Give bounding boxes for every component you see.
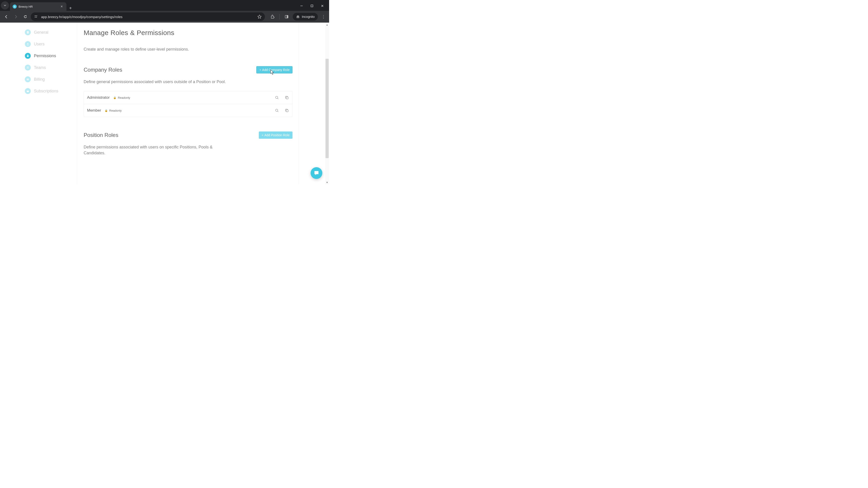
section-description: Define permissions associated with users… xyxy=(84,144,219,156)
svg-rect-27 xyxy=(286,97,288,99)
extensions-button[interactable] xyxy=(269,13,276,21)
teams-icon xyxy=(25,65,31,70)
site-settings-icon[interactable] xyxy=(34,14,38,19)
svg-point-16 xyxy=(27,43,29,44)
company-roles-table: Administrator 🔒 Readonly Member xyxy=(84,91,292,117)
section-description: Define general permissions associated wi… xyxy=(84,79,246,85)
user-icon xyxy=(25,41,31,47)
calendar-icon xyxy=(25,88,31,94)
sidebar-item-general[interactable]: General xyxy=(25,29,74,35)
side-panel-button[interactable] xyxy=(283,13,290,21)
scroll-down-arrow[interactable]: ▼ xyxy=(326,181,329,184)
close-tab-button[interactable]: × xyxy=(60,4,64,8)
sidebar-item-label: General xyxy=(34,30,49,35)
card-icon xyxy=(25,76,31,82)
add-company-role-button[interactable]: + Add Company Role xyxy=(256,66,292,73)
address-bar[interactable]: app.breezy.hr/app/c/moodjoy/company/sett… xyxy=(31,12,265,21)
svg-rect-17 xyxy=(27,56,29,57)
page-subtitle: Create and manage roles to define user-l… xyxy=(84,47,292,52)
browser-tab[interactable]: b Breezy HR × xyxy=(10,2,66,11)
duplicate-role-button[interactable] xyxy=(285,95,289,100)
page-viewport: General Users Permissions Teams Billing … xyxy=(0,23,329,184)
settings-sidebar: General Users Permissions Teams Billing … xyxy=(25,29,74,94)
bookmark-star-icon[interactable] xyxy=(257,14,262,19)
table-row: Administrator 🔒 Readonly xyxy=(84,91,292,104)
building-icon xyxy=(25,29,31,35)
reload-button[interactable] xyxy=(21,13,29,21)
intercom-chat-button[interactable] xyxy=(311,167,322,179)
role-name: Member xyxy=(87,108,101,113)
plus-icon: + xyxy=(262,133,264,137)
svg-rect-31 xyxy=(286,110,288,112)
lock-icon: 🔒 xyxy=(105,109,108,112)
sidebar-item-label: Permissions xyxy=(34,54,56,58)
view-role-button[interactable] xyxy=(275,108,279,113)
sidebar-item-label: Billing xyxy=(34,77,45,82)
svg-rect-14 xyxy=(27,32,28,33)
incognito-icon xyxy=(296,15,300,19)
add-position-role-button[interactable]: + Add Position Role xyxy=(259,131,292,139)
svg-line-25 xyxy=(278,98,278,99)
back-button[interactable] xyxy=(2,13,10,21)
duplicate-role-button[interactable] xyxy=(285,108,289,113)
sidebar-item-permissions[interactable]: Permissions xyxy=(25,53,74,59)
sidebar-item-billing[interactable]: Billing xyxy=(25,76,74,82)
sidebar-item-label: Users xyxy=(34,42,44,46)
svg-point-2 xyxy=(35,15,35,16)
svg-rect-12 xyxy=(27,32,28,32)
vertical-scrollbar[interactable]: ▲ ▼ xyxy=(325,23,329,184)
badge-label: Readonly xyxy=(109,109,122,112)
svg-rect-13 xyxy=(28,32,29,32)
svg-line-29 xyxy=(278,111,278,112)
page-title: Manage Roles & Permissions xyxy=(84,29,292,37)
main-content: Manage Roles & Permissions Create and ma… xyxy=(84,29,292,156)
readonly-badge: 🔒 Readonly xyxy=(105,109,122,112)
company-roles-section: Company Roles + Add Company Role Define … xyxy=(84,66,292,117)
sidebar-item-label: Subscriptions xyxy=(34,89,58,94)
plus-icon: + xyxy=(259,68,261,72)
window-close-button[interactable] xyxy=(320,3,325,8)
browser-menu-button[interactable]: ⋮ xyxy=(320,14,327,19)
svg-rect-11 xyxy=(27,31,29,33)
sidebar-item-subscriptions[interactable]: Subscriptions xyxy=(25,88,74,94)
svg-rect-7 xyxy=(287,15,288,18)
svg-point-28 xyxy=(276,109,278,111)
incognito-label: Incognito xyxy=(302,15,315,19)
forward-button[interactable] xyxy=(12,13,20,21)
svg-rect-15 xyxy=(28,32,29,33)
sidebar-item-teams[interactable]: Teams xyxy=(25,65,74,70)
sidebar-item-users[interactable]: Users xyxy=(25,41,74,47)
svg-point-8 xyxy=(297,17,298,18)
svg-point-19 xyxy=(28,67,29,68)
new-tab-button[interactable]: + xyxy=(66,6,74,11)
section-title: Position Roles xyxy=(84,132,118,138)
readonly-badge: 🔒 Readonly xyxy=(113,96,130,99)
lock-icon xyxy=(25,53,31,59)
button-label: Add Company Role xyxy=(262,68,289,72)
svg-rect-23 xyxy=(27,90,29,91)
section-title: Company Roles xyxy=(84,67,122,73)
scroll-up-arrow[interactable]: ▲ xyxy=(326,23,329,26)
scrollbar-thumb[interactable] xyxy=(326,59,329,158)
badge-label: Readonly xyxy=(118,96,130,99)
toolbar-divider xyxy=(279,14,280,20)
button-label: Add Position Role xyxy=(265,133,289,137)
svg-rect-1 xyxy=(311,5,313,7)
svg-point-4 xyxy=(36,17,37,18)
table-row: Member 🔒 Readonly xyxy=(84,104,292,117)
svg-point-24 xyxy=(276,96,278,98)
window-maximize-button[interactable] xyxy=(309,3,315,8)
tab-title: Breezy HR xyxy=(19,5,58,8)
window-minimize-button[interactable] xyxy=(299,3,304,8)
browser-toolbar: app.breezy.hr/app/c/moodjoy/company/sett… xyxy=(0,11,329,23)
favicon: b xyxy=(13,4,17,8)
lock-icon: 🔒 xyxy=(113,96,116,99)
view-role-button[interactable] xyxy=(275,95,279,100)
position-roles-section: Position Roles + Add Position Role Defin… xyxy=(84,131,292,156)
incognito-indicator[interactable]: Incognito xyxy=(293,13,318,21)
role-name: Administrator xyxy=(87,95,110,100)
url-text: app.breezy.hr/app/c/moodjoy/company/sett… xyxy=(41,15,123,19)
svg-point-18 xyxy=(27,67,28,68)
tab-search-button[interactable] xyxy=(1,1,9,9)
svg-point-9 xyxy=(298,17,299,18)
